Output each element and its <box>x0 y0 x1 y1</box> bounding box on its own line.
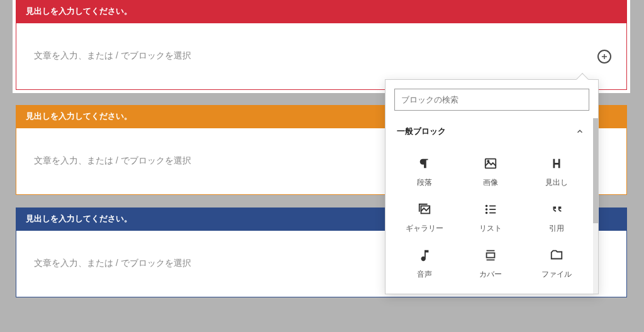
cover-icon <box>484 248 497 262</box>
svg-point-7 <box>486 213 487 214</box>
quote-icon <box>550 202 564 216</box>
block-item-cover[interactable]: カバー <box>458 240 524 285</box>
plus-circle-icon <box>600 52 609 61</box>
audio-icon <box>418 248 431 262</box>
block-item-image[interactable]: 画像 <box>458 148 524 193</box>
block-item-label: カバー <box>479 269 502 280</box>
popover-scrollbar-thumb[interactable] <box>593 118 598 223</box>
block-grid: 段落 画像 見出し ギャラリー リスト 引用 <box>386 145 598 294</box>
svg-point-3 <box>487 160 489 162</box>
block-search-wrap <box>386 80 598 118</box>
svg-point-6 <box>486 209 487 210</box>
content-placeholder: 文章を入力、または / でブロックを選択 <box>34 258 191 268</box>
block-item-label: ファイル <box>541 269 572 280</box>
chevron-up-icon <box>575 127 584 136</box>
block-category-label: 一般ブロック <box>397 126 446 137</box>
block-item-label: ギャラリー <box>406 223 443 234</box>
frame-heading[interactable]: 見出しを入力してください。 <box>16 0 627 23</box>
frame-block-red: 見出しを入力してください。 文章を入力、または / でブロックを選択 <box>16 0 627 90</box>
list-icon <box>484 202 497 216</box>
block-item-label: 見出し <box>545 177 568 188</box>
block-item-quote[interactable]: 引用 <box>523 194 589 239</box>
block-item-label: 段落 <box>417 177 432 188</box>
block-item-heading[interactable]: 見出し <box>523 148 589 193</box>
add-block-button[interactable] <box>597 50 611 64</box>
block-item-file[interactable]: ファイル <box>523 240 589 285</box>
block-item-label: 音声 <box>417 269 432 280</box>
content-placeholder: 文章を入力、または / でブロックを選択 <box>34 50 191 60</box>
block-category-header[interactable]: 一般ブロック <box>386 118 598 145</box>
block-item-label: リスト <box>479 223 502 234</box>
block-item-gallery[interactable]: ギャラリー <box>392 194 458 239</box>
heading-icon <box>550 157 564 170</box>
content-placeholder: 文章を入力、または / でブロックを選択 <box>34 155 191 165</box>
image-icon <box>484 157 497 170</box>
file-icon <box>550 248 564 262</box>
paragraph-icon <box>418 157 431 170</box>
block-item-label: 画像 <box>483 177 498 188</box>
block-item-audio[interactable]: 音声 <box>392 240 458 285</box>
block-item-list[interactable]: リスト <box>458 194 524 239</box>
block-search-input[interactable] <box>394 89 589 111</box>
block-inserter-popover: 一般ブロック 段落 画像 見出し ギャラリー リスト <box>385 79 599 294</box>
svg-point-5 <box>486 206 487 207</box>
block-item-paragraph[interactable]: 段落 <box>392 148 458 193</box>
popover-scrollbar[interactable] <box>593 118 598 294</box>
svg-rect-11 <box>487 253 495 257</box>
block-item-label: 引用 <box>549 223 564 234</box>
gallery-icon <box>418 202 431 216</box>
